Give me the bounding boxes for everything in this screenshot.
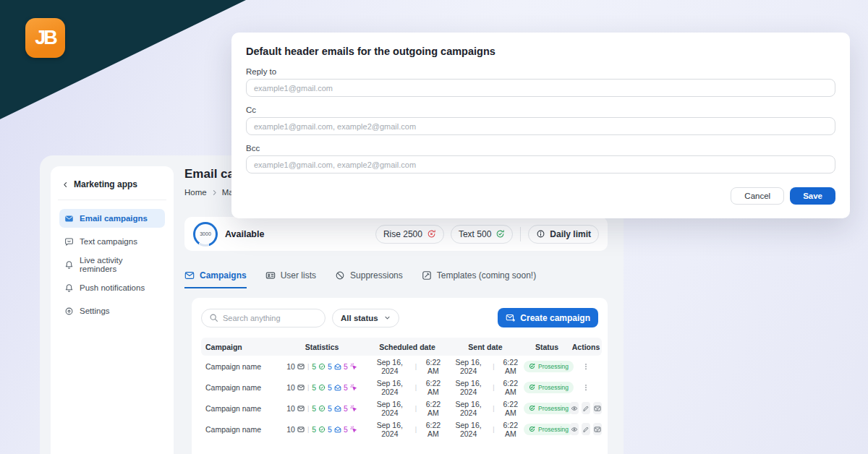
cancel-button[interactable]: Cancel [731, 187, 784, 205]
stat-separator: | [307, 384, 310, 391]
default-header-emails-modal: Default header emails for the outgoing c… [231, 33, 850, 218]
create-campaign-label: Create campaign [520, 313, 590, 323]
stat-sent-count: 10 [286, 425, 295, 434]
campaign-statistics: 10 | 5 5 5 [276, 362, 367, 371]
actions-cell [570, 363, 602, 370]
sync-error-icon [427, 229, 436, 239]
table-row[interactable]: Campaign name 10 | 5 5 5 Sep 16, 2024 | … [201, 377, 602, 398]
send-button[interactable] [593, 402, 602, 414]
sidebar-back[interactable]: Marketing apps [59, 178, 165, 191]
sent-date-cell: Sep 16, 2024 | 6:22 AM [447, 421, 524, 438]
tab-user-lists[interactable]: User lists [265, 270, 316, 287]
table-row[interactable]: Campaign name 10 | 5 5 5 Sep 16, 2024 | … [201, 419, 602, 440]
table-row[interactable]: Campaign name 10 | 5 5 5 Sep 16, 2024 | … [201, 398, 602, 419]
tab-suppressions[interactable]: Suppressions [335, 270, 403, 287]
row-menu-button[interactable] [570, 384, 602, 391]
edit-square-icon [422, 270, 432, 280]
stat-clicked-count: 5 [344, 383, 348, 392]
pill-divider [520, 227, 521, 241]
breadcrumb-home[interactable]: Home [184, 188, 207, 197]
date-separator: | [414, 384, 417, 391]
sent-envelope-icon [297, 426, 305, 433]
stat-delivered-count: 5 [312, 362, 316, 371]
scheduled-date: Sep 16, 2024 [367, 400, 412, 417]
modal-actions: Cancel Save [246, 187, 835, 205]
status-cell: Prosessing [524, 403, 570, 414]
edit-button[interactable] [582, 423, 590, 435]
stat-delivered-count: 5 [312, 383, 316, 392]
status-sync-icon [529, 405, 535, 411]
status-badge: Prosessing [524, 424, 574, 435]
bell-icon [64, 260, 74, 270]
bcc-input[interactable] [246, 155, 835, 174]
date-separator: | [414, 405, 417, 412]
date-separator: | [492, 405, 495, 412]
pencil-icon [582, 426, 590, 433]
date-separator: | [492, 426, 495, 433]
sidebar-item-email-campaigns[interactable]: Email campaigns [59, 209, 165, 228]
stat-opened-count: 5 [328, 404, 332, 413]
sidebar-divider [58, 200, 166, 200]
status-filter-dropdown[interactable]: All status [332, 309, 399, 327]
stat-sent-count: 10 [286, 383, 295, 392]
bcc-label: Bcc [246, 144, 835, 153]
eye-icon [571, 426, 578, 433]
actions-cell [570, 423, 602, 435]
sent-time: 6:22 AM [498, 400, 524, 417]
stat-clicked-count: 5 [344, 425, 348, 434]
sent-date: Sep 16, 2024 [447, 400, 490, 417]
edit-button[interactable] [582, 402, 590, 414]
date-separator: | [492, 384, 495, 391]
send-button[interactable] [593, 423, 602, 435]
scheduled-time: 6:22 AM [420, 421, 447, 438]
text-quota-label: Text 500 [459, 229, 491, 239]
create-campaign-button[interactable]: Create campaign [498, 308, 598, 327]
tab-templates[interactable]: Templates (coming soon!) [422, 270, 536, 287]
sent-date-cell: Sep 16, 2024 | 6:22 AM [447, 358, 524, 375]
row-menu-button[interactable] [570, 363, 602, 370]
sidebar-item-text-campaigns[interactable]: Text campaigns [59, 232, 165, 251]
tab-campaigns[interactable]: Campaigns [184, 270, 247, 288]
scheduled-date-cell: Sep 16, 2024 | 6:22 AM [367, 358, 447, 375]
column-campaign: Campaign [201, 343, 276, 351]
actions-cell [570, 384, 602, 391]
sidebar-item-push-notifications[interactable]: Push notifications [59, 278, 165, 297]
click-icon [350, 363, 357, 370]
delivered-icon [318, 363, 326, 370]
sent-date: Sep 16, 2024 [447, 379, 490, 396]
text-quota-pill[interactable]: Text 500 [451, 225, 513, 244]
modal-title: Default header emails for the outgoing c… [246, 46, 835, 57]
cc-input[interactable] [246, 117, 835, 135]
daily-limit-label: Daily limit [550, 229, 591, 239]
delivered-icon [318, 384, 326, 391]
status-label: Prosessing [538, 384, 569, 391]
rise-quota-label: Rise 2500 [383, 229, 422, 239]
chat-bubble-icon [64, 237, 74, 247]
table-row[interactable]: Campaign name 10 | 5 5 5 Sep 16, 2024 | … [201, 356, 602, 377]
click-icon [350, 384, 357, 391]
status-label: Prosessing [538, 363, 569, 370]
view-button[interactable] [570, 423, 579, 435]
save-button[interactable]: Save [790, 187, 835, 205]
search-input[interactable] [223, 314, 310, 322]
sidebar-item-live-activity[interactable]: Live activity reminders [59, 255, 165, 274]
status-filter-value: All status [341, 314, 378, 322]
sidebar-item-label: Email campaigns [80, 214, 148, 223]
campaign-name: Campaign name [201, 383, 276, 392]
sidebar-item-settings[interactable]: Settings [59, 301, 165, 320]
reply-to-input[interactable] [246, 79, 835, 97]
date-separator: | [414, 363, 417, 370]
view-button[interactable] [570, 402, 579, 414]
daily-limit-button[interactable]: Daily limit [528, 225, 599, 244]
brand-logo[interactable]: JB [25, 18, 65, 58]
scheduled-date-cell: Sep 16, 2024 | 6:22 AM [367, 400, 447, 417]
campaign-name: Campaign name [201, 425, 276, 434]
search-box[interactable] [201, 309, 326, 327]
stat-clicked-count: 5 [344, 362, 348, 371]
sidebar-item-label: Push notifications [80, 283, 145, 292]
info-icon [536, 229, 545, 239]
scheduled-time: 6:22 AM [420, 400, 447, 417]
rise-quota-pill[interactable]: Rise 2500 [375, 225, 444, 244]
sent-date-cell: Sep 16, 2024 | 6:22 AM [447, 400, 524, 417]
tab-bar: Campaigns User lists Suppressions Templa… [184, 270, 536, 288]
